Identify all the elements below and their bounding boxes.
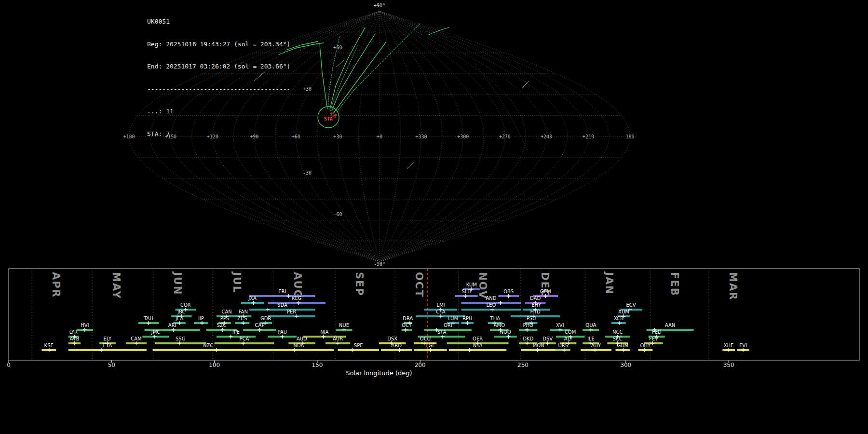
lon-label: 180 xyxy=(625,134,634,139)
month-label: MAY xyxy=(110,272,122,299)
shower-label-LYR: LYR xyxy=(69,329,78,335)
shower-label-DRA: DRA xyxy=(403,316,413,321)
shower-label-AUR: AUR xyxy=(333,336,343,341)
x-tick-label: 150 xyxy=(312,362,323,368)
month-label: JUL xyxy=(231,271,243,293)
app-window: +180+150+120+90+60+30+0+330+300+270+240+… xyxy=(0,0,868,434)
meteor-track xyxy=(337,24,420,112)
shower-label-STA: STA xyxy=(437,329,447,335)
shower-label-AMO: AMO xyxy=(494,323,505,328)
shower-label-PER: PER xyxy=(287,309,296,314)
shower-label-AUD: AUD xyxy=(297,336,307,341)
month-label: AUG xyxy=(292,272,303,299)
sporadic-streak xyxy=(407,162,414,169)
shower-label-PPS: PPS xyxy=(220,316,229,321)
month-label: OCT xyxy=(413,272,425,298)
radiant-and-activity-plot: +180+150+120+90+60+30+0+330+300+270+240+… xyxy=(0,0,868,434)
shower-label-ERI: ERI xyxy=(278,289,286,294)
sporadic-streak xyxy=(336,60,344,67)
month-label: JAN xyxy=(603,271,615,295)
shower-label-XVI: XVI xyxy=(556,323,564,328)
shower-label-FEV: FEV xyxy=(649,336,658,341)
shower-label-SDA: SDA xyxy=(277,302,287,308)
shower-label-LMI: LMI xyxy=(436,302,445,308)
shower-label-CAP: CAP xyxy=(255,323,265,328)
shower-label-ALY: ALY xyxy=(564,336,573,341)
meteor-track xyxy=(330,46,357,111)
shower-label-SZC: SZC xyxy=(217,323,226,328)
lat-label: +60 xyxy=(333,45,342,50)
shower-label-NZC: NZC xyxy=(203,343,213,348)
count-sta: STA: 7 xyxy=(147,130,290,138)
x-tick-label: 350 xyxy=(723,362,734,368)
shower-label-OHY: OHY xyxy=(640,343,651,348)
session-end: End: 20251017 03:26:02 (sol = 203.66°) xyxy=(147,63,290,70)
shower-label-FAN: FAN xyxy=(239,309,248,314)
lon-label: +300 xyxy=(457,134,469,139)
meteor-track xyxy=(320,45,327,109)
shower-label-JMC: JMC xyxy=(151,329,161,335)
shower-label-MON: MON xyxy=(533,343,544,348)
session-info: UK0051 Beg: 20251016 19:43:27 (sol = 203… xyxy=(147,3,290,152)
shower-label-RPU: RPU xyxy=(462,316,472,321)
shower-label-SSG: SSG xyxy=(176,336,185,341)
shower-label-EGE: EGE xyxy=(425,343,435,348)
shower-label-XHE: XHE xyxy=(724,343,734,348)
lon-label: +30 xyxy=(333,134,342,139)
lon-label: +210 xyxy=(583,134,594,139)
shower-label-IIP: IIP xyxy=(198,316,204,321)
radiant-label: STA xyxy=(324,116,333,122)
shower-label-JBC: JBC xyxy=(177,309,186,314)
shower-label-NDA: NDA xyxy=(294,343,304,348)
shower-bar-KCG xyxy=(268,302,326,304)
station-id: UK0051 xyxy=(147,18,290,26)
shower-label-LUM: LUM xyxy=(448,316,458,321)
shower-label-DAD: DAD xyxy=(530,296,541,301)
shower-label-PHO: PHO xyxy=(523,323,533,328)
shower-label-PCA: PCA xyxy=(240,336,249,341)
shower-label-XCB: XCB xyxy=(614,316,624,321)
shower-label-SCC: SCC xyxy=(613,336,623,341)
month-label: SEP xyxy=(353,272,365,297)
shower-label-KSE: KSE xyxy=(44,343,54,348)
shower-bar-IPE xyxy=(217,336,256,338)
lon-label: +0 xyxy=(377,134,382,139)
shower-label-FED: FED xyxy=(652,329,662,335)
month-label: MAR xyxy=(727,272,739,300)
shower-label-CTA: CTA xyxy=(436,309,445,314)
shower-label-AHY: AHY xyxy=(591,343,601,348)
shower-label-ORI: ORI xyxy=(444,323,452,328)
x-tick-label: 100 xyxy=(209,362,220,368)
meteor-track xyxy=(429,27,449,35)
shower-label-LEO: LEO xyxy=(487,302,496,308)
shower-label-HVI: HVI xyxy=(81,323,89,328)
month-label: APR xyxy=(50,272,62,298)
shower-label-ETA: ETA xyxy=(103,343,112,348)
shower-label-NTA: NTA xyxy=(473,343,483,348)
shower-label-OCU: OCU xyxy=(420,336,431,341)
shower-label-QUA: QUA xyxy=(585,323,596,328)
shower-label-NUE: NUE xyxy=(339,323,349,328)
shower-label-COM: COM xyxy=(565,329,576,335)
shower-bar-NOO xyxy=(494,336,517,338)
shower-label-CAN: CAN xyxy=(222,309,232,314)
x-tick-label: 250 xyxy=(517,362,529,368)
shower-label-ZCS: ZCS xyxy=(237,316,247,321)
shower-label-COR: COR xyxy=(180,302,191,308)
shower-label-TAH: TAH xyxy=(143,316,153,321)
shower-label-ECV: ECV xyxy=(626,302,636,308)
shower-label-GEM: GEM xyxy=(540,289,551,294)
shower-label-XUM: XUM xyxy=(618,309,629,314)
shower-label-OBS: OBS xyxy=(503,289,514,294)
lon-label: +240 xyxy=(541,134,552,139)
shower-label-KCG: KCG xyxy=(292,296,302,301)
shower-label-SPE: SPE xyxy=(354,343,363,348)
x-tick-label: 200 xyxy=(415,362,426,368)
shower-label-KUM: KUM xyxy=(466,282,477,287)
shower-bar-PER xyxy=(268,315,315,317)
lon-label: +60 xyxy=(292,134,300,139)
shower-label-ARI: ARI xyxy=(168,323,176,328)
shower-bar-ERI xyxy=(249,295,315,297)
shower-label-THA: THA xyxy=(490,316,501,321)
session-begin: Beg: 20251016 19:43:27 (sol = 203.34°) xyxy=(147,41,290,48)
